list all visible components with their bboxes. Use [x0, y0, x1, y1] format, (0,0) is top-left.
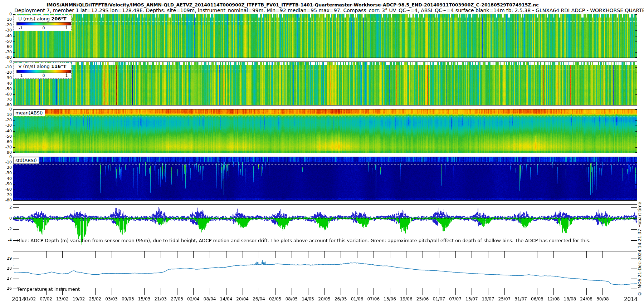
year-label-right: 2014: [620, 296, 641, 303]
u-velocity-ytick: -30: [0, 28, 12, 32]
temperature-panel: [13, 251, 637, 295]
temperature-ytick: 28: [0, 266, 12, 270]
mean-absi-ytick: -80: [0, 151, 12, 155]
v-velocity-legend: V (m/s) along 116°T-101: [13, 63, 72, 79]
mean-absi-ytick: -40: [0, 129, 12, 133]
x-tick-label: 09/03: [120, 296, 136, 301]
colorbar-tick-label: -1: [17, 73, 24, 78]
copyright-note: © IMOS 21-Dec-2024 14:21:37 Hobart time: [637, 178, 642, 296]
x-tick-label: 26/05: [333, 296, 348, 301]
v-velocity-ytick: -60: [0, 92, 12, 96]
u-velocity-legend-label: U (m/s) along 206°T: [14, 16, 71, 21]
u-velocity-ytick: -70: [0, 50, 12, 54]
x-tick-label: 03/03: [104, 296, 119, 301]
v-velocity-ytick: -20: [0, 70, 12, 74]
depth-variation-ytick: -2: [0, 227, 12, 231]
x-tick-label: 25/07: [497, 296, 512, 301]
temperature-ytick: 26: [0, 286, 12, 290]
mean-absi-ytick: -10: [0, 113, 12, 117]
u-velocity-panel: [13, 14, 637, 58]
adcp-figure: IMOS/ANMN/QLD/ITFFTB/Velocity/IMOS_ANMN-…: [0, 0, 644, 304]
colorbar-tick-label: 0: [40, 26, 47, 30]
x-tick-label: 25/06: [415, 296, 430, 301]
x-tick-label: 01/06: [349, 296, 365, 301]
u-velocity-ytick: -80: [0, 55, 12, 59]
mean-absi-label: mean(ABSI): [13, 109, 45, 116]
figure-subtitle: Deployment 7, member 1 lat=12.29S lon=12…: [14, 8, 637, 13]
v-velocity-ytick: -70: [0, 98, 12, 102]
std-absi-ytick: -20: [0, 166, 12, 170]
x-tick-label: 20/05: [316, 296, 332, 301]
x-tick-label: 14/04: [218, 296, 234, 301]
mean-absi-plot: [13, 109, 637, 153]
temperature-label: Temperature at instrument: [17, 286, 80, 292]
x-tick-label: 07/07: [448, 296, 463, 301]
colorbar-tick-label: -1: [17, 26, 24, 30]
std-absi-ytick: -70: [0, 193, 12, 197]
std-absi-ytick: -30: [0, 171, 12, 175]
x-tick-label: 13/06: [382, 296, 398, 301]
x-tick-label: 24/08: [579, 296, 594, 301]
u-velocity-ytick: 0: [0, 12, 12, 16]
depth-variation-ytick: 2: [0, 205, 12, 209]
x-tick-label: 06/08: [529, 296, 545, 301]
mean-absi-ytick: -20: [0, 118, 12, 122]
x-tick-label: 19/02: [71, 296, 87, 301]
x-tick-label: 31/07: [513, 296, 529, 301]
std-absi-label: std(ABSI): [13, 157, 39, 164]
depth-variation-note: Blue: ADCP Depth (m) variation from sens…: [17, 238, 590, 243]
v-velocity-panel: [13, 62, 637, 106]
u-velocity-plot: [13, 14, 637, 58]
x-tick-label: 08/05: [284, 296, 299, 301]
x-tick-label: 18/08: [562, 296, 578, 301]
v-velocity-ytick: -30: [0, 76, 12, 80]
u-velocity-ytick: -20: [0, 23, 12, 27]
mean-absi-ytick: -60: [0, 140, 12, 144]
x-tick-label: 30/08: [595, 296, 610, 301]
mean-absi-ytick: -70: [0, 145, 12, 149]
v-velocity-ytick: 0: [0, 60, 12, 64]
x-tick-label: 01/07: [431, 296, 447, 301]
year-label-left: 2014: [8, 296, 29, 303]
x-tick-label: 19/07: [480, 296, 496, 301]
v-velocity-ytick: -10: [0, 65, 12, 69]
v-velocity-legend-label: V (m/s) along 116°T: [14, 64, 71, 69]
u-velocity-ytick: -10: [0, 18, 12, 21]
x-tick-label: 02/05: [267, 296, 283, 301]
depth-variation-ytick: -4: [0, 238, 12, 242]
x-tick-label: 13/02: [54, 296, 70, 301]
x-tick-label: 26/04: [251, 296, 267, 301]
std-absi-ytick: -40: [0, 177, 12, 181]
std-absi-ytick: 0: [0, 155, 12, 159]
u-velocity-legend: U (m/s) along 206°T-101: [13, 15, 72, 31]
x-tick-label: 02/04: [185, 296, 201, 301]
x-tick-label: 07/06: [366, 296, 381, 301]
temperature-plot: [13, 251, 637, 295]
v-velocity-ytick: -80: [0, 103, 12, 107]
temperature-ytick: 29: [0, 256, 12, 260]
x-tick-label: 21/03: [153, 296, 169, 301]
u-velocity-ytick: -50: [0, 39, 12, 43]
std-absi-ytick: -10: [0, 160, 12, 164]
mean-absi-ytick: -30: [0, 123, 12, 127]
colorbar-tick-label: 1: [63, 26, 70, 30]
v-velocity-plot: [13, 62, 637, 105]
mean-absi-panel: [13, 109, 637, 153]
colorbar-tick-label: 0: [40, 73, 47, 78]
temperature-ytick: 27: [0, 276, 12, 280]
x-tick-label: 27/03: [169, 296, 185, 301]
x-tick-label: 07/02: [38, 296, 54, 301]
u-velocity-ytick: -40: [0, 34, 12, 38]
std-absi-ytick: -50: [0, 182, 12, 186]
x-tick-label: 14/05: [300, 296, 316, 301]
v-velocity-ytick: -50: [0, 87, 12, 91]
x-tick-label: 19/06: [398, 296, 414, 301]
v-velocity-ytick: -40: [0, 82, 12, 85]
u-velocity-ytick: -60: [0, 45, 12, 49]
mean-absi-ytick: -50: [0, 134, 12, 138]
std-absi-plot: [13, 157, 637, 200]
colorbar-tick-label: 1: [63, 73, 70, 78]
x-tick-label: 25/02: [87, 296, 103, 301]
x-tick-label: 15/03: [136, 296, 152, 301]
x-tick-label: 12/08: [546, 296, 561, 301]
